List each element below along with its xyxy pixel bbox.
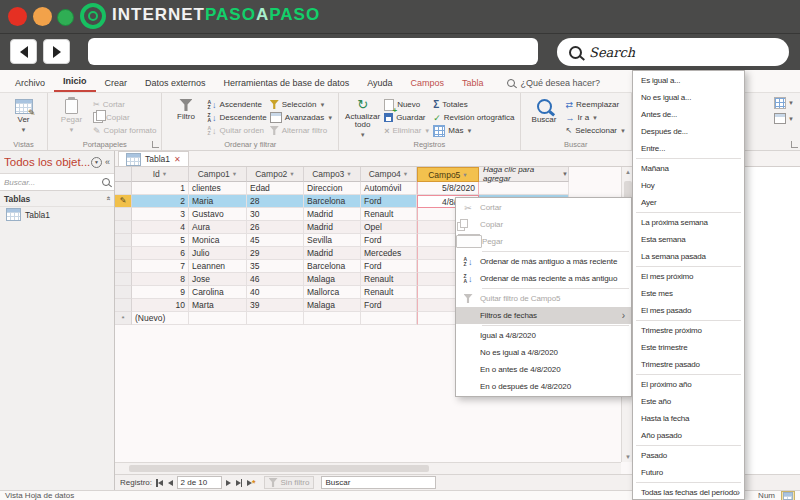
context-menu-item[interactable]: Cortar — [456, 199, 631, 216]
browser-search-bar[interactable]: Search — [557, 38, 789, 66]
date-filter-menu-item[interactable]: Este trimestre — [633, 339, 744, 356]
address-bar[interactable] — [88, 38, 538, 65]
horizontal-scrollbar[interactable] — [115, 462, 621, 474]
ribbon-tab[interactable]: Datos externos — [136, 74, 215, 92]
avanzadas-button[interactable]: Avanzadas▼ — [270, 111, 333, 124]
date-filter-menu-item[interactable]: Este año — [633, 393, 744, 410]
date-filter-menu-item[interactable]: Futuro — [633, 464, 744, 481]
row-selector[interactable]: * — [115, 312, 132, 325]
context-menu-item[interactable]: Ordenar de más reciente a más antiguo — [456, 270, 631, 287]
tab-tabla1[interactable]: Tabla1 ✕ — [118, 151, 189, 166]
context-menu-item[interactable]: En o antes de 4/8/2020 — [456, 361, 631, 378]
cell-id[interactable]: 4 — [132, 221, 189, 234]
table-cell[interactable]: 28 — [247, 195, 304, 208]
ir-a-button[interactable]: →Ir a▼ — [566, 111, 626, 124]
table-cell[interactable]: Leannen — [189, 260, 247, 273]
date-filter-menu-item[interactable]: Trimestre pasado — [633, 356, 744, 373]
revision-button[interactable]: ✓Revisión ortográfica — [433, 111, 514, 124]
table-cell[interactable]: 5/8/2020 — [417, 182, 479, 195]
table-cell[interactable]: clientes — [189, 182, 247, 195]
filtro-button[interactable]: Filtro — [167, 96, 204, 137]
table-cell[interactable]: Madrid — [304, 208, 361, 221]
seleccionar-button[interactable]: ↖Seleccionar▼ — [566, 124, 626, 137]
row-selector[interactable]: ✎ — [115, 208, 132, 221]
table-cell[interactable]: 46 — [247, 273, 304, 286]
table-cell[interactable]: Gustavo — [189, 208, 247, 221]
cell-id[interactable]: 2 — [132, 195, 189, 208]
ribbon-tab[interactable]: Ayuda — [358, 74, 401, 92]
cell-id[interactable]: 9 — [132, 286, 189, 299]
table-cell[interactable]: Madrid — [304, 247, 361, 260]
date-filter-menu-item[interactable]: Hoy — [633, 177, 744, 194]
copiar-formato-button[interactable]: ✎Copiar formato — [93, 124, 156, 137]
scrollbar-thumb[interactable] — [129, 465, 429, 472]
table-cell[interactable]: Aura — [189, 221, 247, 234]
select-all-cell[interactable] — [115, 167, 132, 182]
table-cell[interactable]: Monica — [189, 234, 247, 247]
table-cell[interactable]: 35 — [247, 260, 304, 273]
guardar-button[interactable]: Guardar — [384, 111, 430, 124]
cell-id[interactable]: 8 — [132, 273, 189, 286]
table-cell[interactable]: 39 — [247, 299, 304, 312]
date-filter-menu-item[interactable]: La semana pasada — [633, 248, 744, 265]
table-cell[interactable]: 29 — [247, 247, 304, 260]
context-menu-item[interactable]: No es igual a 4/8/2020 — [456, 344, 631, 361]
ribbon-tab[interactable]: Crear — [96, 74, 137, 92]
table-cell[interactable]: 45 — [247, 234, 304, 247]
table-cell[interactable]: Madrid — [304, 221, 361, 234]
nuevo-button[interactable]: Nuevo — [384, 98, 430, 111]
buscar-button[interactable]: Buscar — [526, 96, 563, 137]
context-menu-item[interactable]: Quitar filtro de Campo5 — [456, 290, 631, 307]
table-cell[interactable]: Automóvil — [361, 182, 417, 195]
column-header[interactable]: Id▼ — [132, 167, 189, 182]
cell-id[interactable]: 3 — [132, 208, 189, 221]
datasheet-view-button[interactable] — [781, 491, 795, 500]
date-filter-menu-item[interactable]: Todas las fechas del período — [633, 484, 744, 500]
table-cell[interactable]: Renault — [361, 286, 417, 299]
nav-pane-menu-icon[interactable]: ▼ — [91, 157, 102, 168]
table-cell[interactable]: 30 — [247, 208, 304, 221]
quitar-orden-button[interactable]: A Z↓Quitar orden — [207, 124, 266, 137]
table-cell[interactable]: Jose — [189, 273, 247, 286]
window-minimize-button[interactable] — [33, 7, 52, 26]
date-filter-menu-item[interactable]: Antes de... — [633, 106, 744, 123]
table-row[interactable]: ✎ 1 clientesEdadDireccionAutomóvil5/8/20… — [115, 182, 621, 195]
shutter-close-icon[interactable]: « — [105, 157, 110, 167]
table-cell[interactable]: Sevilla — [304, 234, 361, 247]
nav-pane-search[interactable]: Buscar... — [0, 174, 114, 191]
eliminar-button[interactable]: ×Eliminar▼ — [384, 124, 430, 137]
next-record-button[interactable] — [225, 477, 232, 489]
record-search-input[interactable]: Buscar — [321, 476, 436, 489]
table-cell[interactable]: Renault — [361, 208, 417, 221]
table-cell[interactable]: Ford — [361, 299, 417, 312]
table-cell[interactable]: Opel — [361, 221, 417, 234]
table-cell[interactable]: Marta — [189, 299, 247, 312]
row-selector[interactable]: ✎ — [115, 247, 132, 260]
ribbon-tab[interactable]: Herramientas de base de datos — [215, 74, 359, 92]
date-filter-menu-item[interactable]: Es igual a... — [633, 72, 744, 89]
date-filter-menu-item[interactable]: Entre... — [633, 140, 744, 157]
forward-button[interactable] — [43, 39, 70, 64]
cell-id[interactable]: 6 — [132, 247, 189, 260]
table-cell[interactable]: Malaga — [304, 299, 361, 312]
table-cell[interactable]: Direccion — [304, 182, 361, 195]
date-filter-menu-item[interactable]: Esta semana — [633, 231, 744, 248]
previous-record-button[interactable] — [167, 477, 174, 489]
date-filter-menu-item[interactable]: No es igual a... — [633, 89, 744, 106]
mas-button[interactable]: Más▼ — [433, 124, 514, 137]
ascendente-button[interactable]: A Z↓Ascendente — [207, 98, 266, 111]
table-cell[interactable]: 40 — [247, 286, 304, 299]
window-close-button[interactable] — [8, 7, 27, 26]
add-column-header[interactable]: Haga clic para agregar ▼ — [479, 167, 569, 182]
table-cell[interactable]: Carolina — [189, 286, 247, 299]
row-selector[interactable]: ✎ — [115, 273, 132, 286]
date-filter-menu-item[interactable]: Hasta la fecha — [633, 410, 744, 427]
date-filter-menu-item[interactable]: El próximo año — [633, 376, 744, 393]
table-cell[interactable]: Malaga — [304, 273, 361, 286]
row-selector[interactable]: ✎ — [115, 221, 132, 234]
date-filter-menu-item[interactable]: El mes pasado — [633, 302, 744, 319]
row-selector[interactable]: ✎ — [115, 286, 132, 299]
column-header[interactable]: Campo3▼ — [304, 167, 361, 182]
seleccion-button[interactable]: Selección▼ — [270, 98, 333, 111]
column-header[interactable]: Campo5▼ — [417, 167, 479, 182]
